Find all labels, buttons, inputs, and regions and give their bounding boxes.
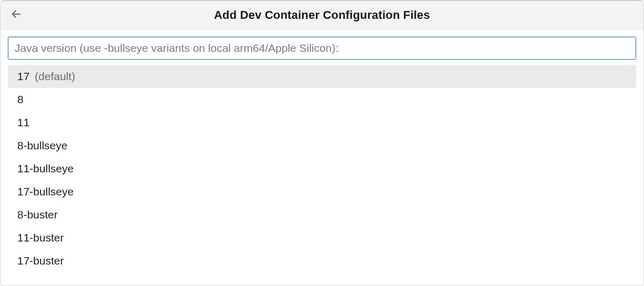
- list-item-label: 8-buster: [17, 203, 58, 226]
- list-item[interactable]: 11-bullseye: [8, 157, 636, 180]
- list-item[interactable]: 17-buster: [8, 249, 636, 272]
- arrow-left-icon: [10, 8, 22, 22]
- list-item[interactable]: 17-bullseye: [8, 180, 636, 203]
- list-item[interactable]: 11: [8, 111, 636, 134]
- quickpick-title: Add Dev Container Configuration Files: [214, 8, 430, 22]
- list-item[interactable]: 8: [8, 88, 636, 111]
- back-button[interactable]: [9, 8, 24, 23]
- list-item-hint: (default): [35, 65, 75, 88]
- list-item[interactable]: 17(default): [8, 65, 636, 88]
- list-item[interactable]: 8-bullseye: [8, 134, 636, 157]
- list-item-label: 11: [17, 111, 29, 134]
- list-item-label: 11-buster: [17, 226, 64, 249]
- quickpick-input-wrap: [1, 29, 643, 65]
- quickpick-list: 17(default)8118-bullseye11-bullseye17-bu…: [1, 65, 643, 285]
- list-item-label: 17-buster: [17, 249, 64, 272]
- list-item-label: 17: [17, 65, 29, 88]
- list-item-label: 17-bullseye: [17, 180, 73, 203]
- list-item-label: 8: [17, 88, 24, 111]
- quickpick-panel: Add Dev Container Configuration Files 17…: [0, 0, 644, 286]
- list-item[interactable]: 8-buster: [8, 203, 636, 226]
- list-item[interactable]: 11-buster: [8, 226, 636, 249]
- list-item-label: 11-bullseye: [17, 157, 73, 180]
- quickpick-header: Add Dev Container Configuration Files: [1, 1, 643, 29]
- quickpick-input[interactable]: [8, 37, 636, 60]
- list-item-label: 8-bullseye: [17, 134, 68, 157]
